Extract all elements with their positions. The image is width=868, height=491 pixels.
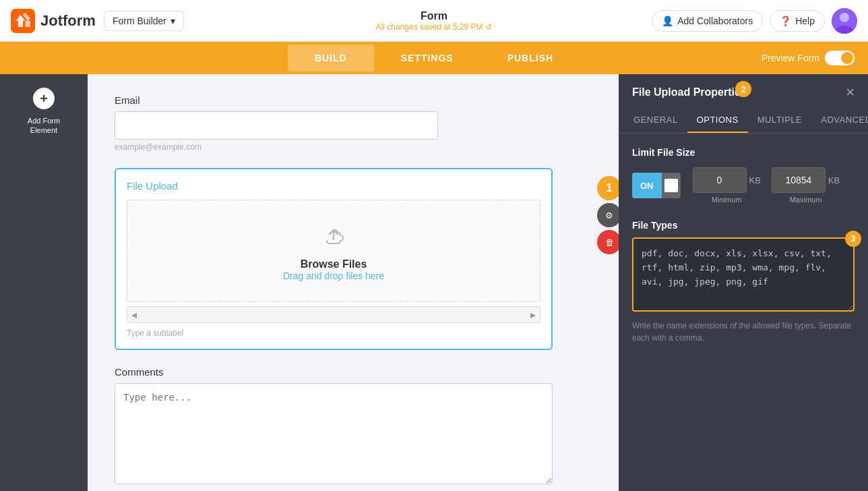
- right-panel: File Upload Properties 2 × GENERAL OPTIO…: [619, 74, 868, 491]
- upload-icon: [141, 221, 526, 253]
- email-field-container: Email example@example.com: [115, 94, 592, 152]
- limit-file-size-label: Limit File Size: [632, 147, 855, 158]
- chevron-down-icon: ▾: [170, 16, 175, 26]
- person-icon: 👤: [662, 16, 673, 26]
- add-element-label: Add FormElement: [28, 116, 60, 136]
- panel-title: File Upload Properties: [632, 86, 747, 98]
- max-input-group: KB: [772, 167, 840, 193]
- preview-form-label: Preview Form: [762, 53, 819, 63]
- preview-toggle-switch[interactable]: [825, 51, 855, 65]
- avatar[interactable]: [832, 8, 857, 34]
- scroll-left-icon: ◂: [131, 308, 137, 321]
- header-right: 👤 Add Collaborators ❓ Help: [652, 8, 857, 34]
- min-input-group: KB: [693, 167, 761, 193]
- file-types-section: File Types pdf, doc, docx, xls, xlsx, cs…: [632, 220, 855, 344]
- scroll-right-icon: ▸: [530, 308, 536, 321]
- jotform-logo-icon: [11, 9, 35, 33]
- drag-drop-text: Drag and drop files here: [141, 270, 526, 281]
- tab-settings[interactable]: SETTINGS: [374, 45, 480, 71]
- side-actions: 1 ⚙ 🗑: [597, 176, 619, 254]
- help-label: Help: [795, 16, 815, 26]
- panel-close-button[interactable]: ×: [846, 85, 855, 100]
- min-input[interactable]: [693, 167, 747, 193]
- add-collaborators-button[interactable]: 👤 Add Collaborators: [652, 10, 763, 32]
- sync-icon: ↺: [485, 22, 492, 32]
- sublabel-placeholder[interactable]: Type a sublabel: [127, 328, 540, 338]
- add-collaborators-label: Add Collaborators: [677, 16, 753, 26]
- max-group: KB Maximum: [772, 167, 840, 204]
- min-kb-label: KB: [749, 175, 761, 185]
- preview-form-toggle[interactable]: Preview Form: [762, 51, 855, 65]
- main-layout: + Add FormElement Email example@example.…: [0, 74, 868, 491]
- action-badge-1: 1: [597, 176, 619, 200]
- toggle-thumb: [664, 179, 678, 192]
- limit-row: ON KB Minimum: [632, 167, 855, 204]
- add-form-element-button[interactable]: + Add FormElement: [28, 88, 60, 136]
- tab-build[interactable]: BUILD: [288, 45, 374, 71]
- action-badge-1-wrapper: 1: [597, 176, 619, 200]
- file-upload-drop-zone[interactable]: Browse Files Drag and drop files here: [127, 200, 540, 302]
- logo: Jotform: [11, 9, 96, 33]
- comments-label: Comments: [115, 366, 553, 378]
- browse-files-text: Browse Files: [141, 258, 526, 270]
- scroll-bar: ◂ ▸: [127, 306, 540, 323]
- limit-file-size-section: Limit File Size ON KB: [632, 147, 855, 204]
- file-types-wrapper: pdf, doc, docx, xls, xlsx, csv, txt, rtf…: [632, 237, 855, 314]
- on-toggle[interactable]: ON: [632, 173, 681, 198]
- tab-options[interactable]: OPTIONS: [687, 108, 748, 133]
- left-sidebar: + Add FormElement: [0, 74, 88, 491]
- max-input[interactable]: [772, 167, 826, 193]
- min-hint: Minimum: [712, 196, 742, 204]
- header: Jotform Form Builder ▾ Form All changes …: [0, 0, 868, 42]
- file-upload-section: File Upload Browse Files Drag and drop f…: [115, 168, 592, 350]
- comments-textarea[interactable]: [115, 383, 553, 484]
- max-kb-label: KB: [828, 175, 840, 185]
- panel-content: Limit File Size ON KB: [619, 134, 868, 491]
- size-inputs: KB Minimum KB Maximum: [693, 167, 840, 204]
- tab-general[interactable]: GENERAL: [624, 108, 687, 133]
- panel-tabs: GENERAL OPTIONS MULTIPLE ADVANCED: [619, 108, 868, 134]
- form-area: Email example@example.com File Upload Br…: [88, 74, 619, 491]
- logo-text: Jotform: [40, 12, 96, 30]
- form-title: Form: [376, 10, 493, 22]
- file-upload-label: File Upload: [127, 180, 540, 192]
- header-center: Form All changes saved at 5:29 PM ↺: [376, 10, 493, 32]
- nav-bar: BUILD SETTINGS PUBLISH Preview Form: [0, 42, 868, 74]
- autosave-status: All changes saved at 5:29 PM ↺: [376, 22, 493, 32]
- gear-button[interactable]: ⚙: [597, 203, 619, 227]
- email-hint: example@example.com: [115, 142, 592, 152]
- comments-section: Comments: [115, 366, 553, 487]
- tab-publish[interactable]: PUBLISH: [480, 45, 580, 71]
- help-icon: ❓: [780, 16, 791, 26]
- file-types-label: File Types: [632, 220, 855, 231]
- file-types-textarea[interactable]: pdf, doc, docx, xls, xlsx, csv, txt, rtf…: [632, 237, 855, 312]
- email-input[interactable]: [115, 111, 438, 140]
- min-group: KB Minimum: [693, 167, 761, 204]
- tab-multiple[interactable]: MULTIPLE: [748, 108, 812, 133]
- max-hint: Maximum: [790, 196, 822, 204]
- autosave-text: All changes saved at 5:29 PM: [376, 22, 483, 32]
- on-label: ON: [632, 173, 662, 198]
- file-types-badge-3: 3: [845, 231, 861, 247]
- tab-advanced[interactable]: ADVANCED: [811, 108, 868, 133]
- form-builder-button[interactable]: Form Builder ▾: [104, 11, 184, 31]
- header-left: Jotform Form Builder ▾: [11, 9, 184, 33]
- help-button[interactable]: ❓ Help: [770, 10, 825, 32]
- plus-icon: +: [33, 88, 55, 109]
- svg-point-2: [840, 13, 849, 22]
- panel-header: File Upload Properties 2 ×: [619, 74, 868, 100]
- toggle-slider: [662, 173, 681, 198]
- delete-button[interactable]: 🗑: [597, 230, 619, 254]
- panel-badge-2: 2: [735, 81, 751, 97]
- form-builder-label: Form Builder: [113, 16, 166, 26]
- file-types-hint: Write the name extensions of the allowed…: [632, 320, 855, 344]
- email-label: Email: [115, 94, 592, 106]
- file-upload-container: File Upload Browse Files Drag and drop f…: [115, 168, 553, 350]
